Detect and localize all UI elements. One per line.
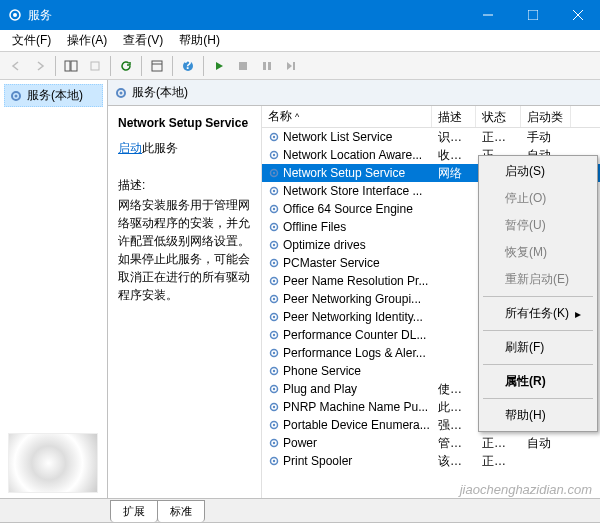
svg-point-38 [273, 280, 275, 282]
service-desc [432, 244, 476, 246]
toolbar-divider [172, 56, 173, 76]
service-name: Power [283, 436, 317, 450]
svg-point-26 [273, 172, 275, 174]
service-desc: 收集... [432, 146, 476, 165]
chevron-right-icon: ▸ [575, 307, 581, 321]
titlebar: 服务 [0, 0, 600, 30]
service-desc [432, 370, 476, 372]
service-name: Network List Service [283, 130, 392, 144]
ctx-divider [483, 364, 593, 365]
content-title: 服务(本地) [132, 84, 188, 101]
gear-icon [268, 437, 280, 449]
gear-icon [268, 293, 280, 305]
gear-icon [268, 239, 280, 251]
gear-icon [268, 347, 280, 359]
ctx-pause: 暂停(U) [481, 212, 595, 239]
description-text: 网络安装服务用于管理网络驱动程序的安装，并允许配置低级别网络设置。如果停止此服务… [118, 196, 251, 304]
svg-point-58 [273, 460, 275, 462]
menubar: 文件(F) 操作(A) 查看(V) 帮助(H) [0, 30, 600, 52]
svg-point-36 [273, 262, 275, 264]
svg-point-52 [273, 406, 275, 408]
service-desc: 使计... [432, 380, 476, 399]
service-row[interactable]: Power管理...正在...自动 [262, 434, 600, 452]
service-startup: 手动 [521, 128, 571, 147]
service-desc [432, 226, 476, 228]
gear-icon [268, 167, 280, 179]
service-name: Offline Files [283, 220, 346, 234]
menu-help[interactable]: 帮助(H) [171, 30, 228, 51]
ctx-help[interactable]: 帮助(H) [481, 402, 595, 429]
window-title: 服务 [28, 7, 465, 24]
service-name: Plug and Play [283, 382, 357, 396]
tab-extended[interactable]: 扩展 [110, 500, 158, 522]
service-desc [432, 316, 476, 318]
start-link[interactable]: 启动 [118, 141, 142, 155]
gear-icon [268, 365, 280, 377]
thumbnail-overlay [8, 433, 98, 493]
service-desc [432, 280, 476, 282]
services-icon [8, 8, 22, 22]
col-status[interactable]: 状态 [476, 106, 521, 127]
service-desc [432, 208, 476, 210]
gear-icon [114, 86, 128, 100]
properties-button[interactable] [145, 54, 169, 78]
selected-service-name: Network Setup Service [118, 116, 251, 130]
service-desc [432, 298, 476, 300]
ctx-divider [483, 296, 593, 297]
service-name: Portable Device Enumera... [283, 418, 430, 432]
help-button[interactable]: ? [176, 54, 200, 78]
gear-icon [268, 257, 280, 269]
show-hide-button[interactable] [59, 54, 83, 78]
content-header: 服务(本地) [108, 80, 600, 106]
service-row[interactable]: Network List Service识别...正在...手动 [262, 128, 600, 146]
ctx-divider [483, 398, 593, 399]
ctx-stop: 停止(O) [481, 185, 595, 212]
service-row[interactable]: Print Spooler该服...正在... [262, 452, 600, 470]
menu-file[interactable]: 文件(F) [4, 30, 59, 51]
service-desc [432, 262, 476, 264]
back-button [4, 54, 28, 78]
svg-point-32 [273, 226, 275, 228]
svg-point-46 [273, 352, 275, 354]
svg-rect-15 [268, 62, 271, 70]
tree-item-services-local[interactable]: 服务(本地) [4, 84, 103, 107]
col-description[interactable]: 描述 [432, 106, 476, 127]
service-name: Optimize drives [283, 238, 366, 252]
stop-service-button [231, 54, 255, 78]
service-desc [432, 352, 476, 354]
tab-standard[interactable]: 标准 [157, 500, 205, 522]
start-service-button[interactable] [207, 54, 231, 78]
toolbar-divider [203, 56, 204, 76]
export-button [83, 54, 107, 78]
ctx-properties[interactable]: 属性(R) [481, 368, 595, 395]
col-startup[interactable]: 启动类 [521, 106, 571, 127]
gear-icon [9, 89, 23, 103]
service-name: Print Spooler [283, 454, 352, 468]
service-startup [521, 460, 571, 462]
svg-point-48 [273, 370, 275, 372]
service-startup: 自动 [521, 434, 571, 453]
menu-view[interactable]: 查看(V) [115, 30, 171, 51]
maximize-button[interactable] [510, 0, 555, 30]
close-button[interactable] [555, 0, 600, 30]
service-name: Network Setup Service [283, 166, 405, 180]
svg-text:?: ? [184, 60, 191, 72]
service-name: Network Store Interface ... [283, 184, 422, 198]
ctx-refresh[interactable]: 刷新(F) [481, 334, 595, 361]
col-name[interactable]: 名称 [262, 106, 432, 127]
description-pane: Network Setup Service 启动此服务 描述: 网络安装服务用于… [108, 106, 262, 498]
svg-point-40 [273, 298, 275, 300]
restart-service-button [279, 54, 303, 78]
ctx-all-tasks[interactable]: 所有任务(K)▸ [481, 300, 595, 327]
minimize-button[interactable] [465, 0, 510, 30]
refresh-button[interactable] [114, 54, 138, 78]
description-label: 描述: [118, 177, 251, 194]
svg-rect-8 [91, 62, 99, 70]
menu-action[interactable]: 操作(A) [59, 30, 115, 51]
ctx-start[interactable]: 启动(S) [481, 158, 595, 185]
forward-button [28, 54, 52, 78]
service-desc [432, 190, 476, 192]
svg-point-56 [273, 442, 275, 444]
service-name: Office 64 Source Engine [283, 202, 413, 216]
service-desc: 识别... [432, 128, 476, 147]
